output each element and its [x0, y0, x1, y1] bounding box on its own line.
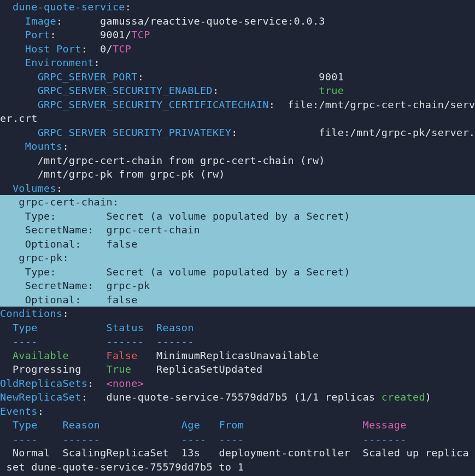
- volume-type-line: Type: Secret (a volume populated by a Se…: [0, 209, 475, 224]
- image-value: gamussa/reactive-quote-service:0.0.3: [100, 15, 325, 27]
- env-value: file:/mnt/grpc-cert-chain/serv: [288, 99, 475, 110]
- optional-value: false: [106, 294, 137, 305]
- header-reason: Reason: [156, 322, 194, 333]
- new-replicaset-line: NewReplicaSet: dune-quote-service-75579d…: [0, 390, 475, 404]
- event-from: deployment-controller: [219, 447, 350, 459]
- env-value: 9001: [319, 71, 344, 83]
- service-name: dune-quote-service: [13, 1, 125, 13]
- old-replicasets-label: OldReplicaSets: [0, 378, 87, 389]
- event-age: 13s: [181, 447, 200, 459]
- host-port-label: Host Port: [25, 43, 81, 55]
- env-key: GRPC_SERVER_SECURITY_CERTIFICATECHAIN: [38, 99, 269, 110]
- events-header: Type Reason Age From Message: [0, 418, 475, 432]
- port-line: Port: 9001/TCP: [0, 28, 475, 42]
- secretname-label: SecretName: [25, 224, 87, 236]
- event-reason: ScalingReplicaSet: [62, 447, 168, 459]
- volume-name-line: grpc-cert-chain:: [0, 195, 475, 209]
- event-message-cont: set dune-quote-service-75579dd7b5 to 1: [0, 461, 244, 473]
- optional-label: Optional: [25, 294, 75, 305]
- events-label-line: Events:: [0, 404, 475, 419]
- condition-row: Progressing True ReplicaSetUpdated: [0, 362, 475, 377]
- optional-label: Optional: [25, 238, 75, 250]
- host-port-value: 0: [100, 43, 106, 55]
- condition-type: Available: [13, 350, 69, 361]
- environment-label-line: Environment:: [0, 56, 475, 70]
- secretname-value: grpc-cert-chain: [106, 224, 200, 236]
- mounts-label: Mounts: [25, 140, 63, 152]
- event-type: Normal: [13, 447, 50, 459]
- events-label: Events: [0, 406, 38, 417]
- tcp-protocol: TCP: [113, 43, 131, 55]
- header-type: Type: [13, 419, 38, 431]
- image-line: Image: gamussa/reactive-quote-service:0.…: [0, 14, 475, 28]
- volume-name: grpc-pk: [19, 252, 62, 263]
- host-port-line: Host Port: 0/TCP: [0, 42, 475, 56]
- env-var-line: GRPC_SERVER_SECURITY_CERTIFICATECHAIN: f…: [0, 98, 475, 112]
- event-row: Normal ScalingReplicaSet 13s deployment-…: [0, 446, 475, 460]
- events-dashes: ---- ------ ---- ---- -------: [0, 432, 475, 446]
- secretname-label: SecretName: [25, 280, 87, 291]
- created-word: created: [382, 391, 425, 403]
- env-var-line: GRPC_SERVER_PORT: 9001: [0, 70, 475, 84]
- secretname-value: grpc-pk: [106, 280, 150, 291]
- service-name-line: dune-quote-service:: [0, 0, 475, 14]
- type-value: Secret (a volume populated by a Secret): [106, 210, 350, 222]
- env-key: GRPC_SERVER_SECURITY_PRIVATEKEY: [38, 127, 232, 138]
- env-var-line: GRPC_SERVER_SECURITY_ENABLED: true: [0, 84, 475, 98]
- env-key: GRPC_SERVER_PORT: [38, 71, 138, 83]
- new-replicaset-value: dune-quote-service-75579dd7b5 (1/1 repli…: [106, 391, 381, 403]
- condition-reason: ReplicaSetUpdated: [156, 363, 262, 375]
- env-var-line: GRPC_SERVER_SECURITY_PRIVATEKEY: file:/m…: [0, 126, 475, 140]
- volume-secretname-line: SecretName: grpc-cert-chain: [0, 223, 475, 237]
- mount-value: /mnt/grpc-pk from grpc-pk (rw): [38, 168, 225, 180]
- condition-status: True: [106, 363, 131, 375]
- env-value: file:/mnt/grpc-pk/server.key: [319, 127, 475, 138]
- event-message: Scaled up replica: [363, 447, 469, 459]
- conditions-dashes: ---- ------ ------: [0, 334, 475, 349]
- conditions-label-line: Conditions:: [0, 307, 475, 321]
- header-status: Status: [106, 322, 144, 333]
- volumes-label-line: Volumes:: [0, 181, 475, 196]
- tcp-protocol: TCP: [131, 29, 150, 40]
- old-replicasets-value: <none>: [106, 378, 144, 389]
- mount-line: /mnt/grpc-cert-chain from grpc-cert-chai…: [0, 154, 475, 168]
- mount-line: /mnt/grpc-pk from grpc-pk (rw): [0, 167, 475, 181]
- volume-name-line: grpc-pk:: [0, 251, 475, 265]
- condition-status: False: [106, 350, 137, 361]
- header-type: Type: [13, 322, 38, 333]
- volumes-label: Volumes: [13, 183, 56, 194]
- condition-row: Available False MinimumReplicasUnavailab…: [0, 349, 475, 363]
- type-value: Secret (a volume populated by a Secret): [106, 266, 350, 278]
- optional-value: false: [106, 238, 137, 250]
- condition-reason: MinimumReplicasUnavailable: [156, 350, 319, 361]
- selected-volumes-block[interactable]: grpc-cert-chain: Type: Secret (a volume …: [0, 195, 475, 307]
- volume-optional-line: Optional: false: [0, 293, 475, 307]
- env-value-cont: er.crt: [0, 113, 38, 124]
- env-value: true: [319, 85, 344, 96]
- old-replicasets-line: OldReplicaSets: <none>: [0, 377, 475, 391]
- env-var-continuation: er.crt: [0, 111, 475, 126]
- env-key: GRPC_SERVER_SECURITY_ENABLED: [38, 85, 213, 96]
- header-from: From: [219, 419, 244, 431]
- volume-name: grpc-cert-chain: [19, 196, 113, 208]
- type-label: Type: [25, 210, 50, 222]
- conditions-label: Conditions: [0, 308, 62, 319]
- mounts-label-line: Mounts:: [0, 139, 475, 154]
- new-replicaset-label: NewReplicaSet: [0, 391, 81, 403]
- mount-value: /mnt/grpc-cert-chain from grpc-cert-chai…: [38, 155, 325, 166]
- volume-optional-line: Optional: false: [0, 237, 475, 251]
- volume-type-line: Type: Secret (a volume populated by a Se…: [0, 265, 475, 279]
- environment-label: Environment: [25, 57, 94, 68]
- event-row-continuation: set dune-quote-service-75579dd7b5 to 1: [0, 460, 475, 474]
- condition-type: Progressing: [13, 363, 81, 375]
- type-label: Type: [25, 266, 50, 278]
- header-message: Message: [363, 419, 407, 431]
- conditions-header: Type Status Reason: [0, 321, 475, 335]
- header-reason: Reason: [62, 419, 100, 431]
- volume-secretname-line: SecretName: grpc-pk: [0, 279, 475, 293]
- header-age: Age: [181, 419, 200, 431]
- image-label: Image: [25, 15, 56, 27]
- port-value: 9001: [100, 29, 125, 40]
- port-label: Port: [25, 29, 50, 40]
- terminal-output: dune-quote-service: Image: gamussa/react…: [0, 0, 475, 474]
